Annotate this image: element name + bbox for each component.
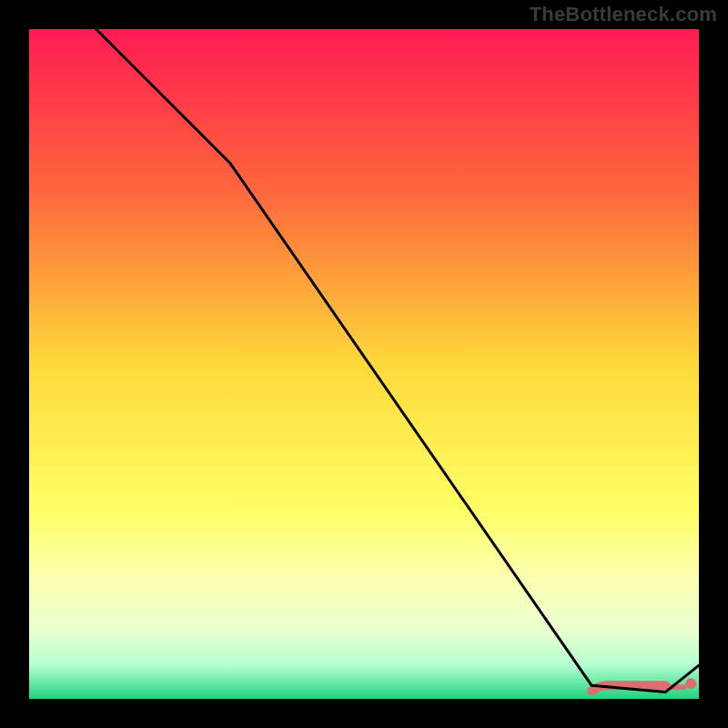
bottleneck-chart — [0, 0, 728, 728]
plot-background — [29, 29, 699, 699]
svg-point-1 — [685, 678, 696, 689]
watermark-text: TheBottleneck.com — [530, 3, 717, 26]
chart-stage: TheBottleneck.com — [0, 0, 728, 728]
